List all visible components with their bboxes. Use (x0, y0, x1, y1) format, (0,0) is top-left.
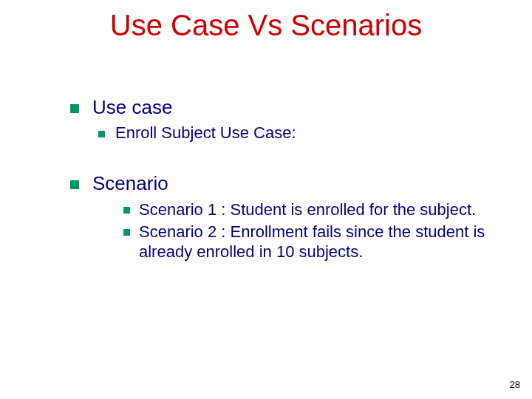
list-item-usecase: Use case (70, 96, 491, 119)
list-subitem: Scenario 1 : Student is enrolled for the… (123, 200, 491, 220)
square-bullet-icon (123, 207, 130, 214)
spacer (70, 147, 491, 172)
slide: Use Case Vs Scenarios Use case Enroll Su… (0, 0, 532, 399)
list-item-label: Use case (92, 96, 491, 119)
page-number: 28 (510, 379, 520, 390)
square-bullet-icon (123, 229, 130, 236)
list-subitem-label: Scenario 2 : Enrollment fails since the … (139, 222, 491, 262)
slide-content: Use case Enroll Subject Use Case: Scenar… (70, 96, 491, 264)
square-bullet-icon (70, 104, 79, 113)
list-subitem-label: Scenario 1 : Student is enrolled for the… (139, 200, 491, 220)
list-subitem: Scenario 2 : Enrollment fails since the … (123, 222, 491, 262)
square-bullet-icon (70, 180, 79, 189)
list-item-label: Scenario (92, 172, 491, 195)
list-subitem: Enroll Subject Use Case: (98, 123, 491, 143)
list-subitem-label: Enroll Subject Use Case: (115, 123, 491, 143)
list-item-scenario: Scenario (70, 172, 491, 195)
slide-title: Use Case Vs Scenarios (0, 9, 532, 42)
square-bullet-icon (98, 131, 105, 137)
